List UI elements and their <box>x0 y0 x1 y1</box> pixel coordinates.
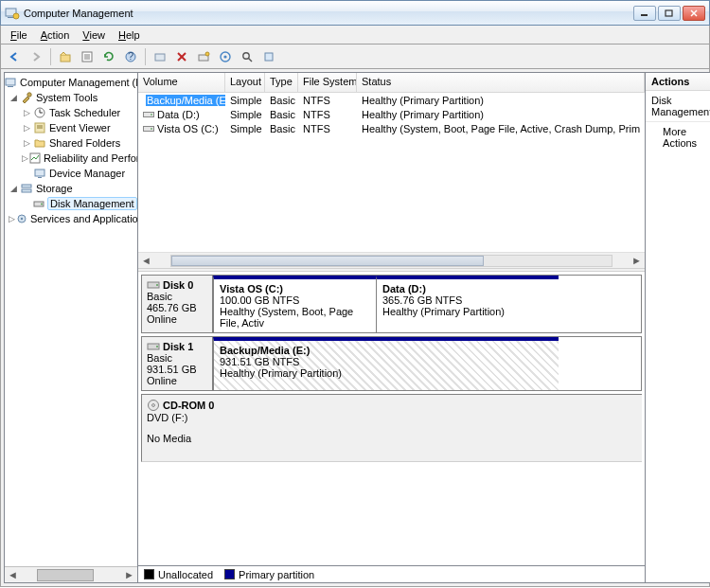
tree-event-viewer[interactable]: ▷ Event Viewer <box>5 120 137 135</box>
actions-section-label: Disk Management <box>651 95 710 117</box>
svg-line-22 <box>249 58 253 62</box>
volume-row[interactable]: Backup/Media (E:)SimpleBasicNTFSHealthy … <box>138 93 645 107</box>
col-volume[interactable]: Volume <box>138 73 225 92</box>
tree-disk-management[interactable]: Disk Management <box>5 196 137 211</box>
refresh-button[interactable] <box>99 47 118 66</box>
tree-device-manager[interactable]: Device Manager <box>5 166 137 181</box>
disk-partition[interactable]: Backup/Media (E:)931.51 GB NTFSHealthy (… <box>213 337 559 390</box>
help-button[interactable]: ? <box>121 47 140 66</box>
toolbar: ? <box>0 45 710 69</box>
scroll-right-icon[interactable]: ► <box>121 569 137 580</box>
disk-row[interactable]: Disk 1Basic931.51 GBOnlineBackup/Media (… <box>141 336 642 391</box>
tool-icon[interactable] <box>216 47 235 66</box>
tool-icon[interactable] <box>194 47 213 66</box>
back-button[interactable] <box>5 47 24 66</box>
svg-point-39 <box>41 204 43 205</box>
scroll-left-icon[interactable]: ◄ <box>5 569 21 580</box>
expand-icon[interactable]: ▷ <box>22 108 32 117</box>
cdrom-row[interactable]: CD-ROM 0DVD (F:)No Media <box>141 394 642 462</box>
forward-button[interactable] <box>27 47 45 66</box>
maximize-button[interactable] <box>658 6 681 21</box>
scroll-left-icon[interactable]: ◄ <box>138 255 154 266</box>
menu-action[interactable]: Action <box>35 27 76 43</box>
actions-section[interactable]: Disk Management ▴ <box>646 91 710 122</box>
nav-tree[interactable]: Computer Management (Local ◢ System Tool… <box>5 73 137 566</box>
volume-row[interactable]: Data (D:)SimpleBasicNTFSHealthy (Primary… <box>138 107 645 121</box>
menu-help[interactable]: Help <box>113 27 146 43</box>
volume-list-header: Volume Layout Type File System Status <box>138 73 645 93</box>
toolbar-separator <box>145 48 146 65</box>
cell-volume: Data (D:) <box>138 109 225 120</box>
minimize-button[interactable] <box>633 6 656 21</box>
disk-kind: DVD (F:) <box>147 412 637 423</box>
cell-volume: Backup/Media (E:) <box>138 95 225 106</box>
tree-task-scheduler[interactable]: ▷ Task Scheduler <box>5 105 137 120</box>
menu-file[interactable]: File <box>5 27 33 43</box>
center-pane: Volume Layout Type File System Status Ba… <box>138 72 646 583</box>
svg-rect-36 <box>22 185 31 187</box>
expand-icon[interactable]: ▷ <box>22 153 28 163</box>
expand-icon[interactable]: ▷ <box>9 214 15 223</box>
tree-services-apps[interactable]: ▷ Services and Applications <box>5 211 137 226</box>
svg-point-20 <box>223 55 226 58</box>
partition-name: Backup/Media (E:) <box>220 345 553 356</box>
cell-status: Healthy (System, Boot, Page File, Active… <box>357 123 645 134</box>
window-title: Computer Management <box>24 8 631 19</box>
expand-icon[interactable]: ▷ <box>22 138 32 148</box>
properties-button[interactable] <box>78 47 97 66</box>
disk-kind: Basic <box>147 352 207 364</box>
action-label: More Actions <box>663 126 710 149</box>
tree-reliability[interactable]: ▷ Reliability and Performa <box>5 151 137 166</box>
tree-shared-folders[interactable]: ▷ Shared Folders <box>5 135 137 151</box>
collapse-icon[interactable]: ◢ <box>9 93 19 102</box>
actions-header: Actions <box>646 73 710 91</box>
tree-system-tools[interactable]: ◢ System Tools <box>5 90 137 105</box>
tool-icon[interactable] <box>151 47 169 66</box>
disk-partition[interactable]: Vista OS (C:)100.00 GB NTFSHealthy (Syst… <box>213 276 376 332</box>
disk-row[interactable]: Disk 0Basic465.76 GBOnlineVista OS (C:)1… <box>141 275 642 333</box>
legend-label: Primary partition <box>239 569 314 580</box>
volume-list: Volume Layout Type File System Status Ba… <box>138 73 645 268</box>
menu-view[interactable]: View <box>77 27 111 43</box>
search-icon[interactable] <box>238 47 257 66</box>
col-layout[interactable]: Layout <box>225 73 265 92</box>
volume-row[interactable]: Vista OS (C:)SimpleBasicNTFSHealthy (Sys… <box>138 121 645 135</box>
scroll-thumb[interactable] <box>171 256 484 266</box>
close-button[interactable] <box>683 6 705 21</box>
tree-label: Computer Management (Local <box>20 77 137 88</box>
expand-icon[interactable]: ▷ <box>22 123 32 133</box>
disk-state: No Media <box>147 433 637 444</box>
delete-icon[interactable] <box>172 47 191 66</box>
scroll-right-icon[interactable]: ► <box>629 255 645 266</box>
tree-storage[interactable]: ◢ Storage <box>5 181 137 196</box>
cell-type: Basic <box>265 109 298 120</box>
disk-size: 931.51 GB <box>147 364 207 375</box>
cell-type: Basic <box>265 95 298 106</box>
volume-scrollbar[interactable]: ◄ ► <box>138 252 645 268</box>
action-more[interactable]: More Actions ▸ <box>646 122 710 152</box>
partition-size: 931.51 GB NTFS <box>220 356 553 367</box>
disk-partition[interactable]: Data (D:)365.76 GB NTFSHealthy (Primary … <box>376 276 559 332</box>
collapse-icon[interactable]: ◢ <box>9 184 19 193</box>
scroll-thumb[interactable] <box>37 569 94 581</box>
up-button[interactable] <box>56 47 75 66</box>
cell-fs: NTFS <box>298 123 357 134</box>
col-type[interactable]: Type <box>265 73 298 92</box>
tool-icon[interactable] <box>259 47 278 66</box>
svg-point-51 <box>156 346 158 347</box>
tree-scrollbar[interactable]: ◄ ► <box>5 566 137 582</box>
cell-layout: Simple <box>225 123 265 134</box>
scroll-track[interactable] <box>170 255 612 267</box>
partition-size: 100.00 GB NTFS <box>220 294 370 306</box>
volume-rows[interactable]: Backup/Media (E:)SimpleBasicNTFSHealthy … <box>138 93 645 252</box>
col-status[interactable]: Status <box>357 73 645 92</box>
tree-root[interactable]: Computer Management (Local <box>5 75 137 90</box>
disk-partitions: Backup/Media (E:)931.51 GB NTFSHealthy (… <box>213 337 641 390</box>
chart-icon <box>28 151 42 166</box>
tree-label: Reliability and Performa <box>44 152 137 164</box>
col-filesystem[interactable]: File System <box>298 73 357 92</box>
svg-point-21 <box>243 52 249 58</box>
storage-icon <box>19 181 34 196</box>
partition-status: Healthy (System, Boot, Page File, Activ <box>220 306 370 329</box>
disk-state: Online <box>147 313 207 325</box>
